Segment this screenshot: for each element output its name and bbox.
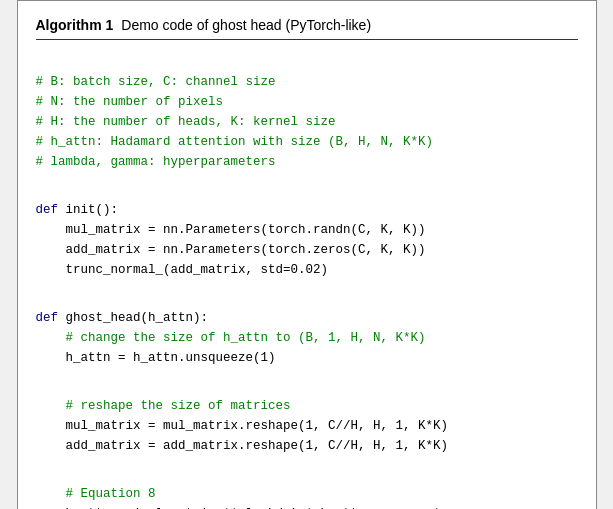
code-block: # B: batch size, C: channel size # N: th… [36, 52, 578, 509]
algorithm-title: Demo code of ghost head (PyTorch-like) [121, 17, 371, 33]
comment-line-3: # H: the number of heads, K: kernel size [36, 115, 336, 129]
comment-line-4: # h_attn: Hadamard attention with size (… [36, 135, 434, 149]
gap-4 [36, 456, 578, 464]
comment-line-2: # N: the number of pixels [36, 95, 224, 109]
comment-line-1: # B: batch size, C: channel size [36, 75, 276, 89]
code-add-reshape: add_matrix = add_matrix.reshape(1, C//H,… [36, 439, 449, 453]
code-trunc: trunc_normal_(add_matrix, std=0.02) [36, 263, 329, 277]
def-init: def init(): [36, 203, 119, 217]
algorithm-title-bar: Algorithm 1 Demo code of ghost head (PyT… [36, 17, 578, 40]
def-ghost-head: def ghost_head(h_attn): [36, 311, 209, 325]
algorithm-container: Algorithm 1 Demo code of ghost head (PyT… [17, 0, 597, 509]
code-mul-reshape: mul_matrix = mul_matrix.reshape(1, C//H,… [36, 419, 449, 433]
comment-line-5: # lambda, gamma: hyperparameters [36, 155, 276, 169]
gap-1 [36, 172, 578, 180]
comment-eq8: # Equation 8 [36, 487, 156, 501]
algorithm-label: Algorithm 1 [36, 17, 114, 33]
gap-3 [36, 368, 578, 376]
code-mul-matrix: mul_matrix = nn.Parameters(torch.randn(C… [36, 223, 426, 237]
comment-change-size: # change the size of h_attn to (B, 1, H,… [36, 331, 426, 345]
comment-reshape: # reshape the size of matrices [36, 399, 291, 413]
gap-2 [36, 280, 578, 288]
code-unsqueeze: h_attn = h_attn.unsqueeze(1) [36, 351, 276, 365]
code-add-matrix: add_matrix = nn.Parameters(torch.zeros(C… [36, 243, 426, 257]
